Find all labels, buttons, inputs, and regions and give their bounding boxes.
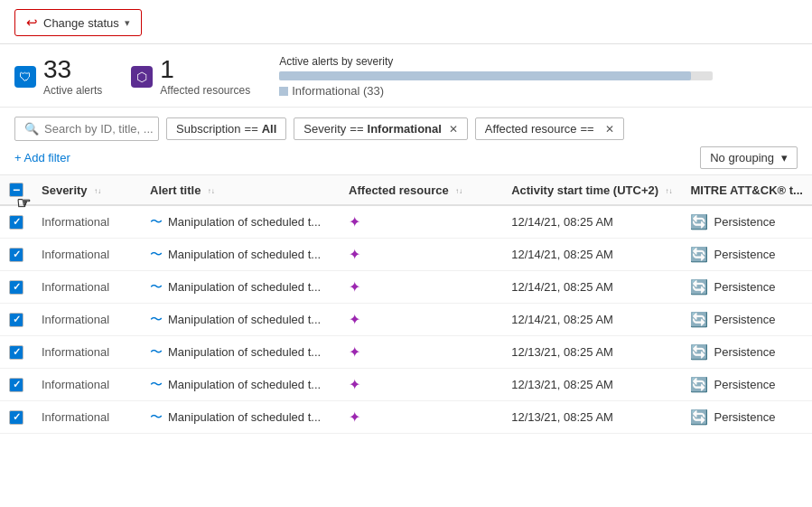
row-mitre: 🔄 Persistence: [681, 205, 812, 239]
table-row[interactable]: ✓ Informational 〜 Manipulation of schedu…: [0, 205, 812, 239]
table-row[interactable]: ✓ Informational 〜 Manipulation of schedu…: [0, 336, 812, 369]
mitre-cycle-icon: 🔄: [690, 408, 708, 426]
mitre-cycle-icon: 🔄: [690, 246, 708, 263]
row-checkbox-cell: ✓: [0, 205, 33, 239]
row-checkbox[interactable]: ✓: [9, 313, 23, 327]
mitre-tactic: Persistence: [714, 378, 775, 391]
row-time: 12/13/21, 08:25 AM: [502, 336, 681, 369]
header-checkbox-dash: −: [13, 183, 20, 197]
shield-icon: 🛡: [14, 66, 36, 88]
resource-filter[interactable]: Affected resource == ✕: [475, 117, 624, 140]
change-status-icon: ↩: [26, 14, 38, 31]
filter-row2: + Add filter No grouping ▾: [14, 146, 798, 169]
row-checkbox-cell: ✓: [0, 239, 33, 271]
row-check-icon: ✓: [13, 249, 21, 260]
resource-filter-label: Affected resource: [485, 122, 577, 136]
change-status-button[interactable]: ↩ Change status ▾: [14, 9, 142, 36]
resource-filter-close[interactable]: ✕: [605, 123, 614, 136]
subscription-filter-label: Subscription: [176, 122, 241, 136]
row-check-icon: ✓: [13, 281, 21, 293]
table-header-row: − ☞ Severity ↑↓ Alert title ↑↓ Affected …: [0, 175, 812, 205]
affected-resources-count: 1: [160, 57, 250, 82]
row-time: 12/14/21, 08:25 AM: [502, 205, 681, 239]
row-resource: ✦: [340, 369, 502, 401]
row-severity: Informational: [33, 369, 141, 401]
search-box[interactable]: 🔍: [14, 117, 159, 141]
table-row[interactable]: ✓ Informational 〜 Manipulation of schedu…: [0, 239, 812, 271]
alert-wave-icon: 〜: [150, 344, 163, 361]
informational-legend-dot: [279, 87, 288, 96]
severity-filter-close[interactable]: ✕: [449, 123, 458, 136]
row-checkbox[interactable]: ✓: [9, 215, 23, 230]
row-resource: ✦: [340, 239, 502, 271]
add-filter-button[interactable]: + Add filter: [14, 151, 70, 164]
row-time: 12/13/21, 08:25 AM: [502, 401, 681, 434]
chevron-down-icon: ▾: [125, 17, 130, 29]
alert-wave-icon: 〜: [150, 279, 163, 296]
alert-wave-icon: 〜: [150, 312, 163, 328]
severity-filter[interactable]: Severity == Informational ✕: [294, 117, 468, 140]
row-checkbox[interactable]: ✓: [9, 378, 23, 392]
time-sort-icon[interactable]: ↑↓: [665, 187, 672, 195]
row-severity: Informational: [33, 205, 141, 239]
alert-wave-icon: 〜: [150, 247, 163, 263]
severity-legend: Informational (33): [279, 84, 713, 98]
subscription-filter-op: ==: [245, 122, 258, 136]
col-resource-label: Affected resource: [349, 183, 449, 197]
col-severity-label: Severity: [42, 183, 88, 197]
table-row[interactable]: ✓ Informational 〜 Manipulation of schedu…: [0, 304, 812, 336]
row-severity: Informational: [33, 401, 141, 434]
severity-sort-icon[interactable]: ↑↓: [94, 187, 101, 195]
row-title: 〜 Manipulation of scheduled t...: [141, 205, 340, 239]
row-time: 12/14/21, 08:25 AM: [502, 271, 681, 304]
table-row[interactable]: ✓ Informational 〜 Manipulation of schedu…: [0, 271, 812, 304]
row-mitre: 🔄 Persistence: [681, 239, 812, 271]
resource-dots-icon: ✦: [349, 213, 360, 230]
col-time-label: Activity start time (UTC+2): [511, 183, 658, 197]
row-title: 〜 Manipulation of scheduled t...: [141, 271, 340, 304]
row-checkbox[interactable]: ✓: [9, 248, 23, 262]
table-row[interactable]: ✓ Informational 〜 Manipulation of schedu…: [0, 369, 812, 401]
affected-resources-summary: ⬡ 1 Affected resources: [131, 57, 250, 97]
row-resource: ✦: [340, 205, 502, 239]
summary-bar: 🛡 33 Active alerts ⬡ 1 Affected resource…: [0, 44, 812, 108]
header-checkbox[interactable]: −: [9, 183, 23, 197]
row-check-icon: ✓: [13, 314, 21, 325]
alerts-table-container: − ☞ Severity ↑↓ Alert title ↑↓ Affected …: [0, 175, 812, 434]
search-input[interactable]: [44, 122, 153, 136]
resource-sort-icon[interactable]: ↑↓: [455, 187, 462, 195]
row-title: 〜 Manipulation of scheduled t...: [141, 401, 340, 434]
col-mitre-label: MITRE ATT&CK® t...: [690, 183, 802, 197]
resource-dots-icon: ✦: [349, 311, 360, 328]
row-check-icon: ✓: [13, 379, 21, 390]
row-checkbox[interactable]: ✓: [9, 345, 23, 360]
title-sort-icon[interactable]: ↑↓: [208, 187, 215, 195]
subscription-filter[interactable]: Subscription == All: [166, 117, 286, 140]
row-mitre: 🔄 Persistence: [681, 271, 812, 304]
add-filter-label: + Add filter: [14, 151, 70, 164]
severity-bar-fill: [279, 71, 691, 80]
table-row[interactable]: ✓ Informational 〜 Manipulation of schedu…: [0, 401, 812, 434]
col-header-mitre: MITRE ATT&CK® t...: [681, 175, 812, 205]
row-checkbox[interactable]: ✓: [9, 410, 23, 425]
severity-filter-value: Informational: [368, 122, 442, 136]
row-checkbox[interactable]: ✓: [9, 280, 23, 295]
row-resource: ✦: [340, 401, 502, 434]
row-resource: ✦: [340, 271, 502, 304]
row-severity: Informational: [33, 239, 141, 271]
mitre-tactic: Persistence: [714, 280, 775, 294]
alert-wave-icon: 〜: [150, 214, 163, 230]
mitre-cycle-icon: 🔄: [690, 213, 708, 230]
row-time: 12/13/21, 08:25 AM: [502, 369, 681, 401]
mitre-tactic: Persistence: [714, 345, 775, 359]
mitre-cycle-icon: 🔄: [690, 376, 708, 393]
active-alerts-label: Active alerts: [43, 84, 102, 97]
grouping-dropdown[interactable]: No grouping ▾: [700, 146, 798, 169]
filter-bar: 🔍 Subscription == All Severity == Inform…: [0, 108, 812, 175]
table-body: ✓ Informational 〜 Manipulation of schedu…: [0, 205, 812, 434]
alerts-table: − ☞ Severity ↑↓ Alert title ↑↓ Affected …: [0, 175, 812, 434]
resource-dots-icon: ✦: [349, 376, 360, 393]
alert-wave-icon: 〜: [150, 377, 163, 393]
row-checkbox-cell: ✓: [0, 271, 33, 304]
severity-filter-label: Severity: [303, 122, 346, 136]
